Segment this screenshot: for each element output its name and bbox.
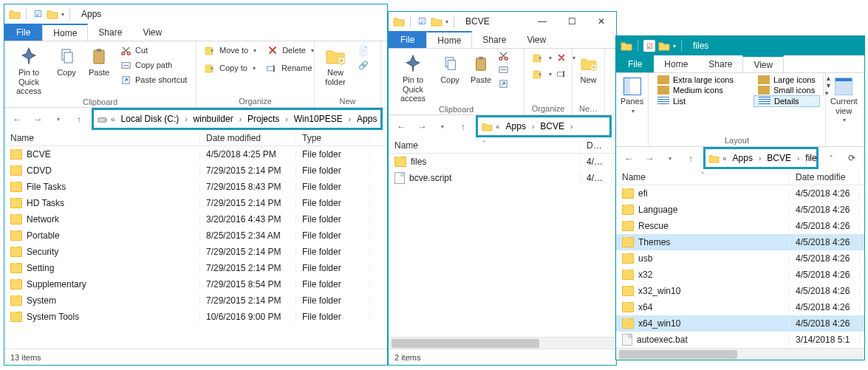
copy-button[interactable]: Copy	[436, 50, 464, 85]
col-name[interactable]: Name˄	[389, 140, 581, 151]
chevron-right-icon[interactable]: ›	[347, 115, 352, 123]
view-extra-large-button[interactable]: Extra large icons	[653, 75, 749, 85]
title-bar[interactable]: ☑ ▾ BCVE — ☐ ✕	[389, 12, 616, 31]
col-name[interactable]: Name	[4, 133, 200, 143]
list-header[interactable]: Name Date modified Type	[4, 130, 387, 146]
view-medium-button[interactable]: Medium icons	[653, 85, 749, 95]
qat-properties-icon[interactable]: ☑	[416, 16, 428, 27]
refresh-button[interactable]: ⟳	[844, 150, 860, 166]
table-row[interactable]: Portable8/25/2015 2:34 AMFile folder	[4, 227, 387, 244]
nav-forward-button[interactable]: →	[30, 111, 46, 127]
breadcrumb-overflow-icon[interactable]: «	[494, 123, 502, 131]
nav-back-button[interactable]: ←	[393, 118, 409, 134]
table-row[interactable]: Security7/29/2015 2:14 PMFile folder	[4, 244, 387, 260]
copy-to-button[interactable]: ▾	[529, 66, 570, 81]
qat-customize-icon[interactable]: ▾	[61, 11, 64, 18]
col-date[interactable]: Date	[581, 140, 612, 151]
table-row[interactable]: File Tasks7/29/2015 8:43 PMFile folder	[4, 179, 387, 195]
shortcut-icon[interactable]	[498, 78, 509, 89]
scissors-icon[interactable]	[498, 50, 509, 61]
copy-button[interactable]: Copy	[52, 43, 81, 78]
col-date[interactable]: Date modifie	[790, 172, 860, 182]
col-name[interactable]: Name˄	[616, 172, 790, 182]
move-to-button[interactable]: ▾ ▾	[529, 50, 578, 65]
horizontal-scrollbar[interactable]	[389, 337, 616, 349]
nav-forward-button[interactable]: →	[414, 118, 430, 134]
table-row[interactable]: System Tools10/6/2016 9:00 PMFile folder	[4, 309, 387, 325]
chevron-right-icon[interactable]: ›	[183, 115, 188, 123]
qat-newfolder-icon[interactable]	[47, 8, 58, 20]
tab-home[interactable]: Home	[42, 24, 88, 41]
view-large-button[interactable]: Large icons	[753, 75, 820, 85]
table-row[interactable]: BCVE4/5/2018 4:25 PMFile folder	[4, 146, 387, 162]
nav-back-button[interactable]: ←	[9, 111, 25, 127]
qat-customize-icon[interactable]: ▾	[673, 43, 676, 49]
pin-to-quick-access-button[interactable]: Pin to Quick access	[9, 43, 49, 96]
breadcrumb-segment[interactable]: winbuilder	[191, 114, 236, 124]
breadcrumb-segment[interactable]: Apps	[354, 114, 380, 124]
tab-home[interactable]: Home	[426, 31, 472, 48]
tab-file[interactable]: File	[4, 24, 42, 41]
copy-path-button[interactable]: Copy path	[117, 58, 190, 72]
new-folder-button[interactable]: New	[577, 50, 600, 85]
chevron-right-icon[interactable]: ›	[530, 123, 536, 131]
nav-history-button[interactable]: ▾	[434, 118, 451, 134]
table-row[interactable]: HD Tasks7/29/2015 2:14 PMFile folder	[4, 195, 387, 211]
table-row[interactable]: usb4/5/2018 4:26	[616, 250, 864, 267]
view-details-button[interactable]: Details	[753, 95, 820, 107]
table-row[interactable]: System7/29/2015 2:14 PMFile folder	[4, 292, 387, 309]
list-body[interactable]: BCVE4/5/2018 4:25 PMFile folderCDVD7/29/…	[4, 146, 387, 349]
chevron-right-icon[interactable]: ›	[796, 154, 801, 162]
chevron-right-icon[interactable]: ›	[757, 154, 762, 162]
tab-file[interactable]: File	[616, 55, 654, 72]
breadcrumb-overflow-icon[interactable]: «	[721, 154, 728, 162]
list-body[interactable]: efi4/5/2018 4:26Language4/5/2018 4:26Res…	[616, 185, 864, 348]
qat-customize-icon[interactable]: ▾	[445, 18, 448, 25]
table-row[interactable]: x644/5/2018 4:26	[616, 299, 864, 315]
nav-up-button[interactable]: ↑	[71, 111, 87, 127]
tab-view[interactable]: View	[516, 31, 556, 48]
move-to-button[interactable]: Move to▾	[201, 43, 259, 58]
delete-button[interactable]: Delete▾	[264, 43, 317, 58]
pin-to-quick-access-button[interactable]: Pin to Quick access	[393, 50, 433, 103]
title-bar[interactable]: ☑ ▾ Apps	[4, 4, 387, 24]
qat-properties-icon[interactable]: ☑	[32, 8, 44, 20]
breadcrumb-segment[interactable]: Projects	[245, 114, 282, 124]
table-row[interactable]: CDVD7/29/2015 2:14 PMFile folder	[4, 162, 387, 179]
tab-file[interactable]: File	[389, 31, 426, 48]
chevron-right-icon[interactable]: ›	[381, 115, 383, 123]
tab-view[interactable]: View	[742, 55, 784, 72]
chevron-right-icon[interactable]: ›	[569, 123, 574, 131]
table-row[interactable]: x64_win104/5/2018 4:26	[616, 315, 864, 332]
title-bar[interactable]: ☑ ▾ files	[616, 36, 864, 55]
breadcrumb-segment[interactable]: Local Disk (C:)	[118, 114, 182, 124]
nav-forward-button[interactable]: →	[641, 150, 657, 166]
nav-history-button[interactable]: ▾	[662, 150, 678, 166]
table-row[interactable]: files4/5/2	[389, 154, 616, 170]
table-row[interactable]: Themes4/5/2018 4:26	[616, 234, 864, 250]
paste-shortcut-button[interactable]: Paste shortcut	[117, 72, 190, 87]
nav-history-button[interactable]: ▾	[50, 111, 66, 127]
table-row[interactable]: autoexec.bat3/14/2018 5:1	[616, 332, 864, 348]
col-date[interactable]: Date modified	[200, 133, 296, 143]
qat-newfolder-icon[interactable]	[658, 40, 670, 52]
breadcrumb[interactable]: «Apps›BCVE›files›	[703, 147, 819, 169]
paste-button[interactable]: Paste	[84, 43, 114, 78]
view-small-button[interactable]: Small icons	[753, 85, 820, 95]
nav-back-button[interactable]: ←	[621, 150, 637, 166]
list-body[interactable]: files4/5/2bcve.script4/5/2	[389, 154, 616, 337]
breadcrumb-segment[interactable]: BCVE	[764, 153, 794, 163]
tab-view[interactable]: View	[132, 24, 172, 41]
nav-up-button[interactable]: ↑	[455, 118, 471, 134]
new-folder-button[interactable]: New folder	[319, 43, 352, 86]
rename-button[interactable]: Rename	[263, 61, 315, 75]
breadcrumb[interactable]: «Apps›BCVE›	[476, 115, 612, 137]
table-row[interactable]: Rescue4/5/2018 4:26	[616, 218, 864, 234]
easy-access-button[interactable]: 🔗	[355, 58, 372, 72]
table-row[interactable]: efi4/5/2018 4:26	[616, 185, 864, 202]
table-row[interactable]: bcve.script4/5/2	[389, 170, 616, 186]
path-icon[interactable]	[498, 64, 509, 75]
qat-newfolder-icon[interactable]	[431, 16, 442, 27]
breadcrumb-segment[interactable]: files	[802, 153, 819, 163]
table-row[interactable]: Setting7/29/2015 2:14 PMFile folder	[4, 260, 387, 276]
